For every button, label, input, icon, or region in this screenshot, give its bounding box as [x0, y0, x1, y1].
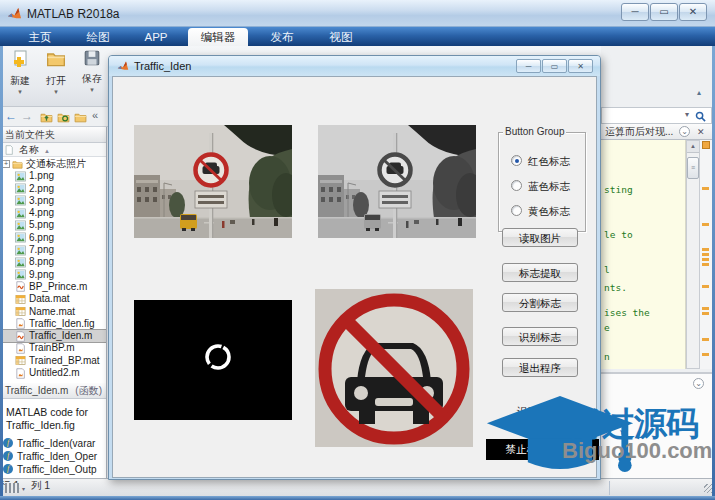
function-list-item[interactable]: fTraffic_Iden_Outp	[0, 463, 107, 476]
analyzer-marker[interactable]	[702, 253, 709, 256]
list-item[interactable]: Untitled2.m	[0, 367, 107, 379]
list-item[interactable]: + 交通标志照片	[0, 158, 107, 170]
statusbar: ▾ 行 1 列 1	[0, 478, 715, 496]
analyzer-marker[interactable]	[702, 263, 709, 266]
function-icon: f	[3, 438, 13, 448]
mfile-icon	[15, 368, 26, 379]
result-label: 识别结果	[517, 405, 559, 419]
dialog-title: Traffic_Iden	[134, 60, 191, 72]
analyzer-marker[interactable]	[702, 248, 709, 251]
extract-sign-button[interactable]: 标志提取	[502, 263, 578, 282]
function-list-item[interactable]: fTraffic_Iden(varar	[0, 437, 107, 450]
save-button[interactable]: 保存 ▾	[76, 49, 108, 93]
analyzer-status-icon[interactable]	[702, 141, 710, 149]
recognition-result-text: 禁止机动车通行	[486, 439, 599, 460]
list-item[interactable]: BP_Prince.m	[0, 281, 107, 293]
dialog-close-button[interactable]: ✕	[568, 59, 593, 73]
search-icon[interactable]	[695, 111, 706, 122]
back-icon[interactable]: ←	[5, 109, 17, 123]
recognize-sign-button[interactable]: 识别标志	[502, 327, 578, 346]
layout-columns-icon[interactable]	[5, 483, 19, 493]
file-list: + 交通标志照片 1.png 2.png 3.png 4.png 5.png 6…	[0, 158, 107, 379]
up-folder-icon[interactable]	[40, 111, 53, 124]
doc-tab-menu-icon[interactable]: ⌄	[679, 126, 690, 137]
analyzer-marker[interactable]	[702, 338, 709, 341]
dropdown-icon[interactable]: ▾	[22, 485, 25, 492]
editor-code-area[interactable]: sting le to l nts. ises the e n	[601, 140, 686, 369]
editor-scrollbar[interactable]: ▲ ≡	[686, 140, 700, 369]
list-item[interactable]: 2.png	[0, 183, 107, 195]
mfile-icon	[15, 331, 26, 342]
list-item[interactable]: 9.png	[0, 269, 107, 281]
list-item[interactable]: Data.mat	[0, 293, 107, 305]
new-button[interactable]: 新建 ▾	[4, 49, 36, 93]
maximize-button[interactable]: ▭	[650, 3, 678, 21]
editor-search-row: ▾	[601, 107, 712, 124]
list-item[interactable]: 7.png	[0, 244, 107, 256]
image-file-icon	[15, 232, 26, 243]
radio-icon[interactable]	[511, 180, 522, 191]
analyzer-marker[interactable]	[702, 187, 709, 190]
mat-file-icon	[15, 355, 26, 366]
command-panel[interactable]: ⌄	[601, 372, 712, 478]
open-button[interactable]: 打开 ▾	[40, 49, 72, 93]
analyzer-marker[interactable]	[702, 353, 709, 356]
breadcrumb-folder-icon[interactable]	[74, 111, 87, 124]
tab-view[interactable]: 视图	[316, 28, 366, 46]
list-item[interactable]: Name.mat	[0, 306, 107, 318]
segment-sign-button[interactable]: 分割标志	[502, 293, 578, 312]
forward-icon[interactable]: →	[21, 109, 33, 123]
list-item[interactable]: 8.png	[0, 256, 107, 268]
analyzer-marker[interactable]	[702, 223, 709, 226]
current-folder-header[interactable]: 当前文件夹	[0, 127, 107, 143]
analyzer-marker[interactable]	[702, 258, 709, 261]
function-icon: f	[3, 451, 13, 461]
minimize-button[interactable]: ─	[621, 3, 649, 21]
close-doc-icon[interactable]: ✕	[697, 124, 705, 140]
list-item[interactable]: 4.png	[0, 207, 107, 219]
list-item[interactable]: 5.png	[0, 219, 107, 231]
analyzer-marker[interactable]	[702, 285, 709, 288]
sort-asc-icon[interactable]: ▲	[44, 144, 50, 158]
image-file-icon	[15, 220, 26, 231]
list-item[interactable]: TrainBP.m	[0, 342, 107, 354]
tab-apps[interactable]: APP	[130, 28, 182, 46]
list-item[interactable]: 3.png	[0, 195, 107, 207]
function-list-item[interactable]: fTraffic_Iden_Oper	[0, 450, 107, 463]
list-item-selected[interactable]: Traffic_Iden.m	[0, 330, 107, 342]
read-image-button[interactable]: 读取图片	[502, 228, 578, 247]
editor-doc-tab[interactable]: 运算而后对现... ⌄ ✕	[601, 124, 712, 140]
dialog-maximize-button[interactable]: ▭	[542, 59, 567, 73]
dialog-titlebar[interactable]: Traffic_Iden ─ ▭ ✕	[109, 56, 600, 76]
list-item[interactable]: Trained_BP.mat	[0, 355, 107, 367]
tab-editor[interactable]: 编辑器	[188, 28, 248, 46]
window-titlebar[interactable]: MATLAB R2018a ─ ▭ ✕	[0, 0, 715, 27]
tab-home[interactable]: 主页	[14, 28, 66, 46]
breadcrumb-overflow-icon[interactable]: «	[92, 109, 98, 121]
name-column-header[interactable]: 名称 ▲	[0, 143, 107, 157]
search-folder-icon[interactable]	[57, 111, 70, 124]
exit-program-button[interactable]: 退出程序	[502, 358, 578, 377]
list-item[interactable]: 1.png	[0, 170, 107, 182]
scrollbar-thumb[interactable]: ≡	[687, 157, 699, 179]
tab-plots[interactable]: 绘图	[72, 28, 124, 46]
dialog-minimize-button[interactable]: ─	[516, 59, 541, 73]
window-frame-bottom	[0, 496, 715, 500]
grayscale-image-axes	[318, 125, 476, 238]
collapse-ribbon-icon[interactable]: ▴	[697, 88, 701, 97]
radio-icon[interactable]	[511, 205, 522, 216]
dropdown-icon[interactable]: ▾	[685, 110, 689, 119]
close-button[interactable]: ✕	[679, 3, 707, 21]
scroll-up-icon[interactable]: ▲	[687, 141, 699, 153]
radio-icon[interactable]	[511, 155, 522, 166]
list-item[interactable]: Traffic_Iden.fig	[0, 318, 107, 330]
image-file-icon	[15, 257, 26, 268]
analyzer-marker[interactable]	[702, 307, 709, 310]
tab-publish[interactable]: 发布	[254, 28, 310, 46]
analyzer-marker[interactable]	[702, 312, 709, 315]
details-header[interactable]: Traffic_Iden.m (函数)	[0, 383, 106, 399]
list-item[interactable]: 6.png	[0, 232, 107, 244]
panel-menu-icon[interactable]: ⌄	[693, 378, 704, 389]
image-file-icon	[15, 269, 26, 280]
expand-icon[interactable]: +	[2, 160, 10, 168]
